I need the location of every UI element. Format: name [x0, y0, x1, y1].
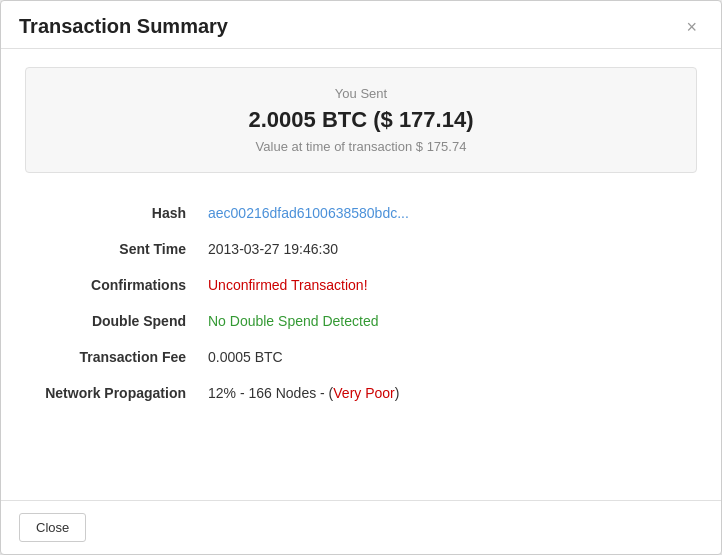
- summary-box: You Sent 2.0005 BTC ($ 177.14) Value at …: [25, 67, 697, 173]
- network-propagation-quality: Very Poor: [333, 385, 394, 401]
- dialog-header: Transaction Summary ×: [1, 1, 721, 49]
- network-propagation-value-cell: 12% - 166 Nodes - (Very Poor): [200, 375, 697, 411]
- table-row: Confirmations Unconfirmed Transaction!: [25, 267, 697, 303]
- close-x-button[interactable]: ×: [680, 16, 703, 38]
- dialog-title: Transaction Summary: [19, 15, 228, 38]
- transaction-fee-value: 0.0005 BTC: [200, 339, 697, 375]
- table-row: Transaction Fee 0.0005 BTC: [25, 339, 697, 375]
- sent-time-label: Sent Time: [25, 231, 200, 267]
- table-row: Network Propagation 12% - 166 Nodes - (V…: [25, 375, 697, 411]
- table-row: Sent Time 2013-03-27 19:46:30: [25, 231, 697, 267]
- confirmations-label: Confirmations: [25, 267, 200, 303]
- confirmations-value-cell: Unconfirmed Transaction!: [200, 267, 697, 303]
- hash-value-cell: aec00216dfad6100638580bdc...: [200, 195, 697, 231]
- close-button[interactable]: Close: [19, 513, 86, 542]
- sent-time-value: 2013-03-27 19:46:30: [200, 231, 697, 267]
- network-propagation-prefix: 12% - 166 Nodes - (: [208, 385, 333, 401]
- dialog-body: You Sent 2.0005 BTC ($ 177.14) Value at …: [1, 49, 721, 500]
- details-table: Hash aec00216dfad6100638580bdc... Sent T…: [25, 195, 697, 411]
- table-row: Hash aec00216dfad6100638580bdc...: [25, 195, 697, 231]
- transaction-fee-label: Transaction Fee: [25, 339, 200, 375]
- double-spend-label: Double Spend: [25, 303, 200, 339]
- double-spend-value: No Double Spend Detected: [208, 313, 378, 329]
- summary-amount: 2.0005 BTC ($ 177.14): [44, 107, 678, 133]
- double-spend-value-cell: No Double Spend Detected: [200, 303, 697, 339]
- dialog-footer: Close: [1, 500, 721, 554]
- summary-value-at-time: Value at time of transaction $ 175.74: [44, 139, 678, 154]
- network-propagation-label: Network Propagation: [25, 375, 200, 411]
- hash-label: Hash: [25, 195, 200, 231]
- transaction-summary-dialog: Transaction Summary × You Sent 2.0005 BT…: [0, 0, 722, 555]
- table-row: Double Spend No Double Spend Detected: [25, 303, 697, 339]
- network-propagation-suffix: ): [395, 385, 400, 401]
- hash-link[interactable]: aec00216dfad6100638580bdc...: [208, 205, 409, 221]
- summary-sent-label: You Sent: [44, 86, 678, 101]
- confirmations-value: Unconfirmed Transaction!: [208, 277, 368, 293]
